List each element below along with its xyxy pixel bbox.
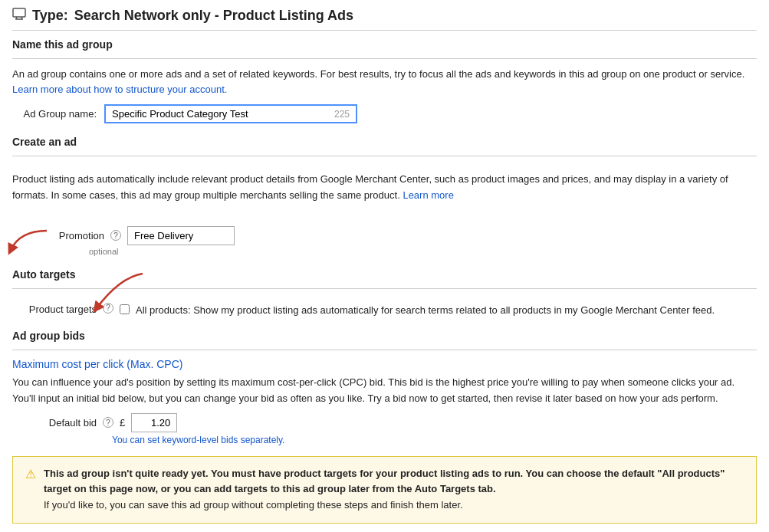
svg-rect-0 — [13, 8, 25, 17]
name-section-title: Name this ad group — [12, 38, 757, 51]
auto-targets-title: Auto targets — [12, 268, 757, 281]
promotion-label: Promotion — [43, 230, 104, 241]
type-value: Search Network only - Product Listing Ad… — [74, 8, 353, 24]
all-products-checkbox[interactable] — [120, 304, 130, 314]
warning-bold-text: This ad group isn't quite ready yet. You… — [44, 468, 725, 495]
product-targets-row: Product targets ? All products: Show my … — [12, 297, 757, 324]
learn-more-structure-link[interactable]: Learn more about how to structure your a… — [12, 84, 227, 95]
create-ad-title: Create an ad — [12, 136, 757, 148]
auto-targets-section: Auto targets Product targets ? All produ… — [12, 268, 757, 324]
bids-description: You can influence your ad's position by … — [12, 375, 757, 407]
ad-info-text: Product listing ads automatically includ… — [12, 172, 757, 204]
char-count: 225 — [334, 109, 350, 120]
type-header: Type: Search Network only - Product List… — [12, 8, 757, 31]
warning-text: This ad group isn't quite ready yet. You… — [44, 466, 744, 514]
product-targets-label: Product targets — [12, 303, 97, 315]
keyword-bids-note: You can set keyword-level bids separatel… — [112, 435, 757, 445]
currency-symbol: £ — [120, 417, 125, 429]
all-products-text: All products: Show my product listing ad… — [136, 303, 715, 318]
ad-group-bids-title: Ad group bids — [12, 330, 757, 342]
warning-secondary-text: If you'd like to, you can save this ad g… — [44, 499, 463, 511]
promotion-input[interactable] — [127, 226, 235, 245]
monitor-icon — [12, 8, 26, 24]
create-ad-section: Create an ad Product listing ads automat… — [12, 136, 757, 262]
promotion-row: Promotion ? — [43, 226, 757, 245]
default-bid-label: Default bid — [12, 417, 97, 429]
ad-group-name-field[interactable]: 225 — [104, 104, 357, 123]
optional-label: optional — [89, 247, 757, 256]
max-cpc-link[interactable]: Maximum cost per click (Max. CPC) — [12, 358, 182, 370]
product-targets-help-icon[interactable]: ? — [103, 303, 113, 314]
name-section: Name this ad group An ad group contains … — [12, 38, 757, 123]
name-description: An ad group contains one or more ads and… — [12, 67, 757, 97]
ad-group-name-label: Ad Group name: — [12, 108, 97, 120]
ad-group-name-input[interactable] — [112, 108, 328, 120]
ad-group-bids-section: Ad group bids Maximum cost per click (Ma… — [12, 330, 757, 445]
warning-icon: ⚠ — [25, 467, 36, 481]
warning-box: ⚠ This ad group isn't quite ready yet. Y… — [12, 456, 757, 524]
learn-more-ad-link[interactable]: Learn more — [403, 189, 453, 201]
bid-input[interactable] — [131, 413, 177, 432]
ad-info-box: Product listing ads automatically includ… — [12, 164, 757, 262]
default-bid-row: Default bid ? £ — [12, 413, 757, 432]
type-label: Type: — [32, 8, 68, 24]
default-bid-help-icon[interactable]: ? — [103, 417, 113, 428]
promotion-help-icon[interactable]: ? — [110, 230, 121, 241]
